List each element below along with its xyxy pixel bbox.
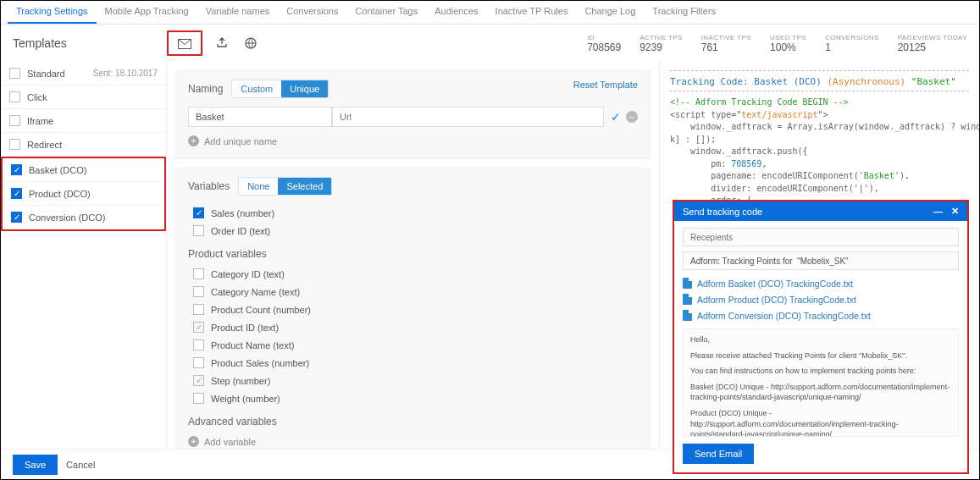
- recipients-input[interactable]: [683, 228, 959, 246]
- attachment-product[interactable]: Adform Product (DCO) TrackingCode.txt: [683, 291, 959, 307]
- tab-tracking-filters[interactable]: Tracking Filters: [644, 0, 724, 24]
- template-conversion-dco[interactable]: Conversion (DCO): [3, 206, 164, 229]
- checkbox[interactable]: [9, 91, 20, 102]
- templates-list: Standard Sent: 18.10.2017 Click Iframe R…: [1, 62, 167, 449]
- var-category-id[interactable]: Category ID (text): [188, 265, 638, 283]
- stat-pageviews: PAGEVIEWS TODAY20125: [898, 34, 967, 53]
- variables-selected-button[interactable]: Selected: [278, 178, 331, 195]
- email-icon[interactable]: [175, 36, 194, 52]
- name-input[interactable]: [188, 107, 332, 127]
- tab-audiences[interactable]: Audiences: [426, 0, 486, 24]
- tab-container-tags[interactable]: Container Tags: [346, 0, 426, 24]
- checkbox[interactable]: [193, 268, 204, 279]
- close-icon[interactable]: ✕: [951, 206, 959, 217]
- var-product-count[interactable]: Product Count (number): [188, 301, 638, 318]
- template-standard[interactable]: Standard Sent: 18.10.2017: [1, 62, 166, 86]
- stat-active-tps: ACTIVE TPS9239: [639, 34, 683, 53]
- remove-icon[interactable]: −: [626, 111, 638, 123]
- attachment-label: Adform Product (DCO) TrackingCode.txt: [697, 295, 856, 305]
- save-button[interactable]: Save: [13, 455, 58, 475]
- tracking-code-title: Tracking Code: Basket (DCO) (Asynchronou…: [670, 76, 969, 87]
- divider: [670, 70, 969, 71]
- template-iframe[interactable]: Iframe: [1, 109, 166, 133]
- center-column: Naming Custom Unique Reset Template ✓ − …: [167, 62, 659, 449]
- checkbox[interactable]: [193, 304, 204, 315]
- plus-icon: +: [188, 436, 199, 447]
- template-product-dco[interactable]: Product (DCO): [3, 182, 164, 206]
- checkbox[interactable]: [11, 212, 22, 223]
- var-label: Product Count (number): [211, 305, 311, 315]
- attachment-basket[interactable]: Adform Basket (DCO) TrackingCode.txt: [683, 275, 959, 291]
- checkbox[interactable]: [193, 393, 204, 404]
- file-icon: [683, 310, 692, 321]
- var-label: Product Sales (number): [211, 358, 309, 368]
- var-order-id[interactable]: Order ID (text): [188, 222, 638, 240]
- checkbox[interactable]: [11, 164, 22, 175]
- modal-title: Send tracking code: [683, 207, 762, 217]
- send-email-button[interactable]: Send Email: [683, 444, 754, 464]
- modal-header: Send tracking code — ✕: [674, 201, 967, 221]
- variables-panel: Variables None Selected Sales (number) O…: [175, 168, 651, 449]
- naming-custom-button[interactable]: Custom: [232, 80, 281, 97]
- tab-change-log[interactable]: Change Log: [576, 0, 644, 24]
- tab-conversions[interactable]: Conversions: [278, 0, 346, 24]
- url-input[interactable]: [332, 107, 604, 127]
- stat-conversions: CONVERSIONS1: [825, 34, 879, 53]
- variables-none-button[interactable]: None: [239, 178, 278, 195]
- minimize-icon[interactable]: —: [933, 207, 943, 217]
- template-redirect[interactable]: Redirect: [1, 133, 166, 157]
- template-label: Click: [27, 92, 47, 102]
- var-product-id[interactable]: Product ID (text): [188, 318, 638, 336]
- var-product-name[interactable]: Product Name (text): [188, 336, 638, 354]
- var-label: Weight (number): [211, 394, 280, 404]
- var-category-name[interactable]: Category Name (text): [188, 283, 638, 301]
- reset-template-link[interactable]: Reset Template: [573, 80, 638, 90]
- add-variable-button[interactable]: + Add variable: [188, 436, 638, 447]
- cancel-button[interactable]: Cancel: [66, 460, 95, 470]
- template-label: Standard: [27, 69, 65, 79]
- subject-input[interactable]: [683, 251, 959, 270]
- checkbox[interactable]: [9, 68, 20, 79]
- var-product-sales[interactable]: Product Sales (number): [188, 354, 638, 372]
- var-label: Category Name (text): [211, 287, 300, 297]
- checkbox[interactable]: [193, 375, 204, 386]
- checkbox[interactable]: [9, 139, 20, 150]
- checkbox[interactable]: [193, 357, 204, 368]
- var-weight[interactable]: Weight (number): [188, 389, 638, 407]
- add-unique-name-button[interactable]: + Add unique name: [188, 135, 638, 146]
- checkbox[interactable]: [9, 115, 20, 126]
- tab-inactive-tp-rules[interactable]: Inactive TP Rules: [487, 0, 577, 24]
- naming-unique-button[interactable]: Unique: [281, 80, 328, 97]
- sent-date: Sent: 18.10.2017: [93, 69, 158, 78]
- globe-icon[interactable]: [241, 35, 260, 52]
- checkbox[interactable]: [193, 286, 204, 297]
- check-icon[interactable]: ✓: [611, 110, 621, 124]
- tab-mobile-app-tracking[interactable]: Mobile App Tracking: [97, 0, 197, 24]
- checkbox[interactable]: [193, 225, 204, 236]
- var-label: Product ID (text): [211, 323, 279, 333]
- variables-title: Variables: [188, 180, 230, 192]
- attachment-label: Adform Conversion (DCO) TrackingCode.txt: [697, 311, 871, 321]
- attachment-conversion[interactable]: Adform Conversion (DCO) TrackingCode.txt: [683, 307, 959, 323]
- var-label: Sales (number): [211, 208, 274, 218]
- top-tabs: Tracking Settings Mobile App Tracking Va…: [1, 1, 979, 25]
- template-click[interactable]: Click: [1, 86, 166, 109]
- share-icon[interactable]: [213, 35, 231, 52]
- var-step[interactable]: Step (number): [188, 372, 638, 389]
- product-variables-title: Product variables: [188, 248, 638, 260]
- checkbox[interactable]: [193, 322, 204, 333]
- add-variable-label: Add variable: [204, 437, 256, 447]
- attachment-label: Adform Basket (DCO) TrackingCode.txt: [697, 279, 853, 289]
- checkbox[interactable]: [193, 339, 204, 350]
- message-body[interactable]: Hello, Please receive attached Tracking …: [683, 328, 959, 437]
- checkbox[interactable]: [193, 207, 204, 218]
- template-label: Product (DCO): [29, 189, 91, 199]
- tab-tracking-settings[interactable]: Tracking Settings: [8, 0, 97, 24]
- tab-variable-names[interactable]: Variable names: [197, 0, 279, 24]
- template-basket-dco[interactable]: Basket (DCO): [3, 158, 164, 182]
- advanced-variables-title: Advanced variables: [188, 416, 638, 428]
- stat-inactive-tps: INACTIVE TPS761: [701, 34, 751, 53]
- var-sales[interactable]: Sales (number): [188, 204, 638, 222]
- naming-panel: Naming Custom Unique Reset Template ✓ − …: [175, 70, 651, 159]
- checkbox[interactable]: [11, 188, 22, 199]
